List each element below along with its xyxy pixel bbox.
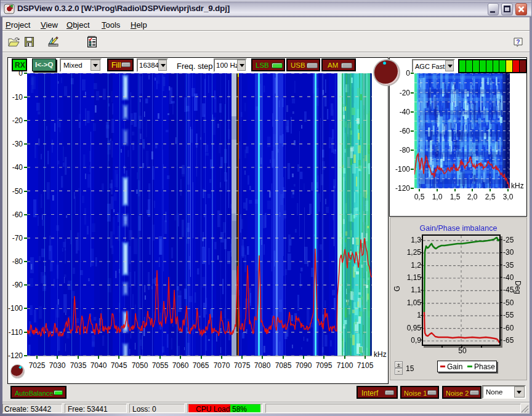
svg-text:?: ? (516, 39, 520, 46)
